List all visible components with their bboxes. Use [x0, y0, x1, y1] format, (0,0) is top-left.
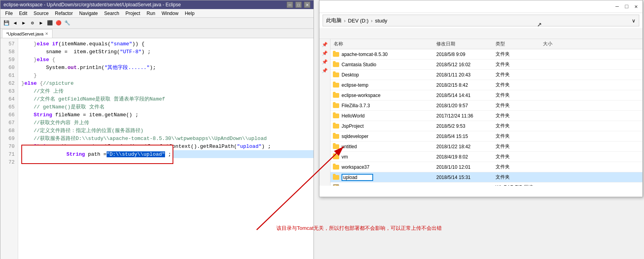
- menu-project[interactable]: Project: [122, 10, 143, 17]
- file-type-tomcatzip: WinRAR ZIP 压缩...: [492, 184, 540, 186]
- menu-help[interactable]: Help: [182, 10, 198, 17]
- file-rows: apache-tomcat-8.5.30 2018/5/8 9:09 文件夹 C…: [330, 49, 642, 186]
- file-type-helloworld: 文件夹: [492, 112, 540, 119]
- explorer-close-button[interactable]: ✕: [633, 4, 639, 10]
- file-date-helloworld: 2017/12/24 11:36: [433, 113, 492, 119]
- ln-62: 62: [0, 79, 18, 87]
- explorer-minimize-button[interactable]: ─: [614, 4, 620, 10]
- file-size-tomcatzip: 9,890 KB: [540, 185, 579, 186]
- ln-72: 72: [0, 158, 18, 166]
- address-expand-icon[interactable]: ∨: [632, 18, 636, 24]
- code-line-67: //获取文件内容 并上传: [21, 119, 314, 127]
- minimize-button[interactable]: ─: [287, 2, 293, 8]
- ln-58: 58: [0, 48, 18, 56]
- menu-run[interactable]: Run: [143, 10, 158, 17]
- file-name-camtasia: Camtasia Studio: [330, 61, 433, 68]
- file-row-eclipsews[interactable]: eclipse-workspace 2018/5/14 14:41 文件夹: [330, 90, 642, 101]
- file-row-tomcatzip[interactable]: ZIP apache-tomcat-8.5.30.zip 2018/4/30 1…: [330, 183, 642, 186]
- ln-65: 65: [0, 103, 18, 111]
- code-line-62: }else {//spicture: [21, 79, 314, 87]
- explorer-sidebar: 📌 📌 📌 📌: [319, 39, 330, 186]
- file-row-sqldeveloper[interactable]: sqldeveloper 2018/5/4 15:15 文件夹: [330, 131, 642, 142]
- folder-icon: [332, 51, 340, 58]
- folder-icon: [332, 164, 340, 170]
- col-header-date: 修改日期: [433, 41, 492, 47]
- code-lines[interactable]: }else if(itemName.equals("sname")) { sna…: [18, 38, 314, 259]
- folder-icon: [332, 113, 340, 119]
- code-line-63: //文件 上传: [21, 87, 314, 95]
- address-sep-2: ›: [371, 18, 372, 24]
- file-list: 名称 修改日期 类型 大小 apache-tomcat-8.5.30 2018/…: [330, 39, 642, 186]
- file-row-vm[interactable]: vm 2018/4/19 8:02 文件夹: [330, 152, 642, 162]
- file-date-upload: 2018/5/14 15:31: [433, 175, 492, 180]
- pin-1[interactable]: 📌: [321, 41, 329, 48]
- address-drive: DEV (D:): [348, 18, 368, 24]
- ln-60: 60: [0, 63, 18, 71]
- folder-icon: [332, 102, 340, 109]
- ln-69: 69: [0, 134, 18, 142]
- code-line-60: System.out.println("其他字段......");: [21, 63, 314, 71]
- toolbar-btn-7[interactable]: 🔴: [54, 19, 63, 28]
- file-type-jspproject: 文件夹: [492, 123, 540, 129]
- file-row-helloworld[interactable]: HelloWorld 2017/12/24 11:36 文件夹: [330, 111, 642, 121]
- file-row-untitled[interactable]: untitled 2018/1/22 18:42 文件夹: [330, 142, 642, 152]
- file-row-camtasia[interactable]: Camtasia Studio 2018/5/12 16:02 文件夹: [330, 60, 642, 70]
- code-area[interactable]: 57 58 59 60 61 62 63 64 65 66 67 68 69 7…: [0, 38, 314, 259]
- folder-icon: [332, 123, 340, 129]
- pin-3[interactable]: 📌: [321, 58, 329, 66]
- menu-edit[interactable]: Edit: [16, 10, 30, 17]
- editor-tab[interactable]: *UploadServet.java ✕: [2, 29, 53, 38]
- menu-search[interactable]: Search: [101, 10, 122, 17]
- rename-input[interactable]: [342, 174, 373, 181]
- code-line-71: String path ="D:\\study\\upload" ;: [21, 150, 314, 158]
- folder-icon: [332, 174, 340, 181]
- line-numbers: 57 58 59 60 61 62 63 64 65 66 67 68 69 7…: [0, 38, 18, 259]
- eclipse-toolbar: 💾 ◀ ▶ ⚙ ▶ ⬛ 🔴 🔧: [0, 18, 314, 29]
- toolbar-btn-5[interactable]: ▶: [37, 19, 45, 28]
- file-row-tomcat[interactable]: apache-tomcat-8.5.30 2018/5/8 9:09 文件夹: [330, 49, 642, 60]
- file-row-filezilla[interactable]: FileZilla-3.7.3 2018/1/20 9:57 文件夹: [330, 101, 642, 111]
- file-type-desktop: 文件夹: [492, 71, 540, 78]
- code-line-58: sname = item.getString("UTF-8") ;: [21, 48, 314, 56]
- close-button[interactable]: ✕: [304, 2, 310, 8]
- col-header-size: 大小: [540, 41, 579, 47]
- file-row-desktop[interactable]: Desktop 2018/1/11 20:43 文件夹: [330, 70, 642, 80]
- ln-61: 61: [0, 71, 18, 79]
- file-explorer-window: ─ □ ✕ 此电脑 › DEV (D:) › study ∨ 📌 📌 📌 📌 名…: [319, 0, 643, 197]
- file-row-jspproject[interactable]: JspProject 2018/5/2 9:53 文件夹: [330, 121, 642, 131]
- toolbar-btn-8[interactable]: 🔧: [63, 19, 71, 28]
- toolbar-btn-4[interactable]: ⚙: [28, 19, 37, 28]
- file-date-eclipsetemp: 2018/2/15 8:42: [433, 82, 492, 88]
- toolbar-btn-3[interactable]: ▶: [19, 19, 28, 28]
- menu-window[interactable]: Window: [158, 10, 182, 17]
- eclipse-title: eclipse-workspace - UpAndDown/src/org/st…: [4, 2, 181, 7]
- menu-source[interactable]: Source: [30, 10, 52, 17]
- file-row-workspace37[interactable]: workspace37 2018/1/10 12:01 文件夹: [330, 162, 642, 172]
- file-name-filezilla: FileZilla-3.7.3: [330, 102, 433, 109]
- file-row-upload[interactable]: 2018/5/14 15:31 文件夹: [330, 172, 642, 183]
- folder-icon: [332, 82, 340, 88]
- folder-icon: [332, 143, 340, 150]
- file-name-untitled: untitled: [330, 143, 433, 150]
- address-folder: study: [375, 18, 387, 24]
- toolbar-btn-2[interactable]: ◀: [11, 19, 19, 28]
- explorer-content: 📌 📌 📌 📌 名称 修改日期 类型 大小 apache-tomcat-8.5.…: [319, 39, 642, 186]
- maximize-button[interactable]: □: [295, 2, 302, 8]
- eclipse-titlebar: eclipse-workspace - UpAndDown/src/org/st…: [0, 0, 314, 9]
- ln-68: 68: [0, 127, 18, 134]
- file-date-tomcatzip: 2018/4/30 12:57: [433, 185, 492, 186]
- menu-refactor[interactable]: Refactor: [52, 10, 76, 17]
- col-header-name: 名称: [330, 41, 433, 47]
- explorer-addressbar[interactable]: 此电脑 › DEV (D:) › study ∨: [323, 15, 639, 26]
- ln-71: 71: [0, 150, 18, 158]
- explorer-maximize-button[interactable]: □: [623, 4, 630, 10]
- toolbar-btn-6[interactable]: ⬛: [45, 19, 54, 28]
- menu-navigate[interactable]: Navigate: [76, 10, 101, 17]
- menu-file[interactable]: File: [2, 10, 16, 17]
- toolbar-btn-1[interactable]: 💾: [2, 19, 11, 28]
- pin-4[interactable]: 📌: [321, 67, 329, 75]
- file-row-eclipsetemp[interactable]: eclipse-temp 2018/2/15 8:42 文件夹: [330, 80, 642, 90]
- tab-close-icon[interactable]: ✕: [45, 32, 48, 36]
- pin-2[interactable]: 📌: [321, 49, 329, 57]
- file-type-untitled: 文件夹: [492, 143, 540, 150]
